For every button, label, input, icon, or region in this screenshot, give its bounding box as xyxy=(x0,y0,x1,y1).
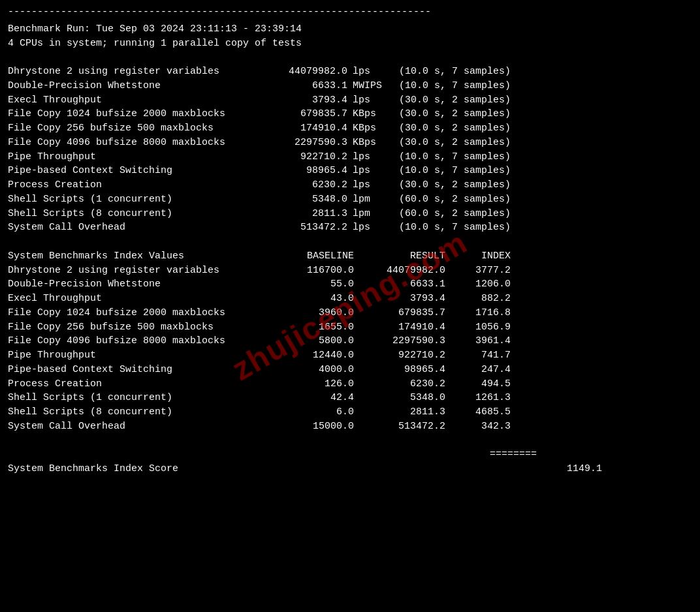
index-header-index: INDEX xyxy=(445,249,511,264)
score-spacer xyxy=(262,462,537,476)
bench-value: 513472.2 xyxy=(262,221,347,235)
index-row-index: 247.4 xyxy=(445,363,511,377)
equals-row: ======== xyxy=(8,448,692,462)
benchmark-row: Pipe Throughput922710.2lps (10.0 s, 7 sa… xyxy=(8,150,692,164)
index-row-name: Shell Scripts (8 concurrent) xyxy=(8,405,262,420)
benchmark-row: File Copy 256 bufsize 500 maxblocks17491… xyxy=(8,121,692,136)
index-row-baseline: 116700.0 xyxy=(262,264,354,278)
bench-detail: (10.0 s, 7 samples) xyxy=(393,150,511,164)
index-row-index: 741.7 xyxy=(445,348,511,363)
equals-empty xyxy=(8,448,262,462)
index-row-baseline: 15000.0 xyxy=(262,420,354,434)
bench-detail: (10.0 s, 7 samples) xyxy=(393,65,511,79)
bench-unit: lps xyxy=(347,93,393,108)
score-section: ========System Benchmarks Index Score114… xyxy=(8,448,692,476)
index-row-baseline: 126.0 xyxy=(262,377,354,391)
benchmark-row: Dhrystone 2 using register variables4407… xyxy=(8,65,692,79)
bench-detail: (10.0 s, 7 samples) xyxy=(393,221,511,235)
bench-unit: lps xyxy=(347,164,393,178)
index-row-baseline: 5800.0 xyxy=(262,334,354,348)
index-row-name: Pipe Throughput xyxy=(8,348,262,363)
bench-value: 5348.0 xyxy=(262,192,347,207)
separator-line: ----------------------------------------… xyxy=(8,5,692,20)
index-row-result: 3793.4 xyxy=(354,292,445,306)
index-row-index: 1716.8 xyxy=(445,306,511,320)
bench-detail: (60.0 s, 2 samples) xyxy=(393,207,511,221)
benchmark-row: Shell Scripts (8 concurrent)2811.3lpm (6… xyxy=(8,207,692,221)
bench-detail: (30.0 s, 2 samples) xyxy=(393,178,511,192)
index-row-name: Execl Throughput xyxy=(8,292,262,306)
benchmark-run-line: Benchmark Run: Tue Sep 03 2024 23:11:13 … xyxy=(8,22,692,37)
score-value: 1149.1 xyxy=(537,462,602,476)
bench-unit: lps xyxy=(347,150,393,164)
bench-unit: lpm xyxy=(347,192,393,207)
index-row-baseline: 55.0 xyxy=(262,277,354,292)
benchmark-row: System Call Overhead513472.2lps (10.0 s,… xyxy=(8,221,692,235)
benchmark-row: Double-Precision Whetstone6633.1MWIPS (1… xyxy=(8,79,692,93)
index-row-index: 3777.2 xyxy=(445,264,511,278)
index-data-row: Dhrystone 2 using register variables1167… xyxy=(8,264,692,278)
bench-detail: (60.0 s, 2 samples) xyxy=(393,192,511,207)
index-row-result: 5348.0 xyxy=(354,391,445,405)
benchmark-row: File Copy 4096 bufsize 8000 maxblocks229… xyxy=(8,136,692,150)
bench-value: 6633.1 xyxy=(262,79,347,93)
index-row-index: 882.2 xyxy=(445,292,511,306)
terminal: ----------------------------------------… xyxy=(8,5,692,476)
index-data-row: Double-Precision Whetstone55.06633.11206… xyxy=(8,277,692,292)
bench-value: 98965.4 xyxy=(262,164,347,178)
bench-value: 44079982.0 xyxy=(262,65,347,79)
index-row-index: 3961.4 xyxy=(445,334,511,348)
bench-value: 3793.4 xyxy=(262,93,347,108)
bench-value: 2811.3 xyxy=(262,207,347,221)
bench-detail: (10.0 s, 7 samples) xyxy=(393,164,511,178)
index-row-index: 1261.3 xyxy=(445,391,511,405)
index-data-row: Shell Scripts (1 concurrent)42.45348.012… xyxy=(8,391,692,405)
bench-unit: lps xyxy=(347,65,393,79)
index-row-result: 6633.1 xyxy=(354,277,445,292)
bench-unit: lps xyxy=(347,178,393,192)
index-data-row: System Call Overhead15000.0513472.2342.3 xyxy=(8,420,692,434)
index-row-result: 44079982.0 xyxy=(354,264,445,278)
index-row-name: Pipe-based Context Switching xyxy=(8,363,262,377)
index-section: System Benchmarks Index ValuesBASELINERE… xyxy=(8,249,692,434)
index-row-result: 6230.2 xyxy=(354,377,445,391)
bench-name: Process Creation xyxy=(8,178,262,192)
index-data-row: Pipe-based Context Switching4000.098965.… xyxy=(8,363,692,377)
index-row-result: 679835.7 xyxy=(354,306,445,320)
cpu-info-line: 4 CPUs in system; running 1 parallel cop… xyxy=(8,37,692,51)
index-row-name: File Copy 256 bufsize 500 maxblocks xyxy=(8,320,262,335)
index-row-name: Double-Precision Whetstone xyxy=(8,277,262,292)
bench-name: Double-Precision Whetstone xyxy=(8,79,262,93)
index-row-baseline: 3960.0 xyxy=(262,306,354,320)
bench-detail: (30.0 s, 2 samples) xyxy=(393,107,511,121)
bench-name: System Call Overhead xyxy=(8,221,262,235)
bench-name: File Copy 1024 bufsize 2000 maxblocks xyxy=(8,107,262,121)
score-label: System Benchmarks Index Score xyxy=(8,462,262,476)
bench-name: File Copy 256 bufsize 500 maxblocks xyxy=(8,121,262,136)
index-row-index: 1056.9 xyxy=(445,320,511,335)
index-row-index: 4685.5 xyxy=(445,405,511,420)
benchmark-row: File Copy 1024 bufsize 2000 maxblocks679… xyxy=(8,107,692,121)
index-row-name: Process Creation xyxy=(8,377,262,391)
bench-value: 922710.2 xyxy=(262,150,347,164)
index-data-row: Pipe Throughput12440.0922710.2741.7 xyxy=(8,348,692,363)
index-row-name: File Copy 1024 bufsize 2000 maxblocks xyxy=(8,306,262,320)
index-data-row: Execl Throughput43.03793.4882.2 xyxy=(8,292,692,306)
benchmark-row: Pipe-based Context Switching98965.4lps (… xyxy=(8,164,692,178)
bench-unit: lps xyxy=(347,221,393,235)
bench-unit: MWIPS xyxy=(347,79,393,93)
index-header-result: RESULT xyxy=(354,249,445,264)
bench-detail: (30.0 s, 2 samples) xyxy=(393,93,511,108)
bench-unit: KBps xyxy=(347,121,393,136)
bench-unit: lpm xyxy=(347,207,393,221)
index-row-name: File Copy 4096 bufsize 8000 maxblocks xyxy=(8,334,262,348)
index-row-result: 922710.2 xyxy=(354,348,445,363)
index-data-row: File Copy 1024 bufsize 2000 maxblocks396… xyxy=(8,306,692,320)
bench-name: Pipe Throughput xyxy=(8,150,262,164)
bench-unit: KBps xyxy=(347,136,393,150)
bench-detail: (30.0 s, 2 samples) xyxy=(393,121,511,136)
benchmarks-section: Dhrystone 2 using register variables4407… xyxy=(8,65,692,235)
bench-name: Shell Scripts (1 concurrent) xyxy=(8,192,262,207)
bench-name: Pipe-based Context Switching xyxy=(8,164,262,178)
index-row-name: Shell Scripts (1 concurrent) xyxy=(8,391,262,405)
